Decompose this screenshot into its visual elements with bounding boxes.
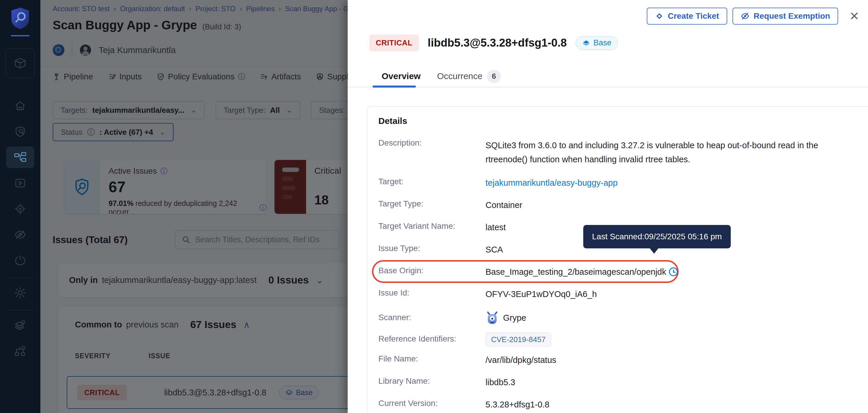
tab-overview[interactable]: Overview (382, 71, 421, 81)
occurrence-count-badge: 6 (487, 70, 500, 83)
sidebar-item-scans[interactable] (6, 121, 34, 142)
sidebar-item-home[interactable] (6, 95, 34, 117)
target-crosshair-icon (14, 203, 26, 215)
field-description: Description: SQLite3 from 3.6.0 to and i… (378, 138, 868, 166)
shield-search-icon (14, 125, 26, 138)
field-target-type: Target Type: Container (378, 199, 868, 211)
eye-slash-icon (741, 12, 749, 21)
sidebar-item-pipelines[interactable] (6, 146, 34, 168)
request-exemption-button[interactable]: Request Exemption (733, 8, 838, 25)
create-ticket-button[interactable]: Create Ticket (647, 8, 727, 25)
layers-gear-icon (14, 319, 27, 331)
issue-details-drawer: Create Ticket Request Exemption ✕ CRITIC… (348, 0, 868, 413)
field-library-name: Library Name: libdb5.3 (378, 376, 868, 388)
base-badge: Base (576, 36, 618, 50)
details-heading: Details (378, 116, 407, 126)
drawer-tabs: Overview Occurrence 6 (348, 66, 868, 87)
settings-gear-icon (14, 287, 27, 299)
sidebar-item-targets[interactable] (6, 198, 34, 220)
grype-scanner-icon (486, 311, 499, 325)
sto-shield-logo-icon[interactable] (10, 6, 31, 30)
close-drawer-icon[interactable]: ✕ (845, 9, 863, 23)
clock-icon[interactable] (669, 267, 678, 276)
home-icon (14, 99, 26, 112)
field-target: Target: tejakummarikuntla/easy-buggy-app (378, 177, 868, 189)
field-issue-id: Issue Id: OFYV-3EuP1wDYOq0_iA6_h (378, 288, 868, 300)
issue-title: libdb5.3@5.3.28+dfsg1-0.8 (428, 37, 566, 49)
field-base-origin: Last Scanned:09/25/2025 05:16 pm Base Or… (378, 266, 868, 278)
module-cube-icon (13, 57, 27, 70)
field-reference-identifiers: Reference Identifiers: CVE-2019-8457 (378, 332, 868, 347)
power-icon (14, 254, 26, 267)
target-link[interactable]: tejakummarikuntla/easy-buggy-app (486, 177, 618, 189)
tab-occurrence[interactable]: Occurrence 6 (437, 70, 501, 83)
eye-slash-icon (14, 229, 27, 240)
severity-badge: CRITICAL (369, 35, 419, 51)
left-nav-sidebar (0, 0, 40, 413)
app-root: Account: STO test › Organization: defaul… (0, 0, 868, 413)
sidebar-item-project-setup[interactable] (6, 341, 34, 362)
field-current-version: Current Version: 5.3.28+dfsg1-0.8 (378, 399, 868, 410)
details-card: Details ∧ Description: SQLite3 from 3.6.… (367, 106, 868, 413)
executions-play-icon (14, 177, 26, 189)
pipelines-icon (13, 151, 27, 163)
field-scanner: Scanner: Grype (378, 311, 868, 325)
sidebar-item-executions[interactable] (6, 172, 34, 194)
sidebar-item-get-started[interactable] (6, 249, 34, 271)
sidebar-item-exemptions[interactable] (6, 224, 34, 245)
active-tab-underline (373, 86, 416, 88)
cve-chip[interactable]: CVE-2019-8457 (486, 332, 551, 347)
sidebar-item-settings[interactable] (6, 282, 34, 304)
sidebar-separator (7, 310, 34, 311)
field-file-name: File Name: /var/lib/dpkg/status (378, 354, 868, 366)
nav-divider (11, 35, 30, 36)
org-setup-gear-icon (14, 345, 27, 357)
last-scanned-tooltip: Last Scanned:09/25/2025 05:16 pm (583, 225, 731, 248)
ticket-diamond-icon (655, 12, 664, 21)
module-selector-button[interactable] (6, 49, 35, 78)
sidebar-item-default-settings[interactable] (6, 315, 34, 336)
layers-icon (582, 39, 590, 47)
